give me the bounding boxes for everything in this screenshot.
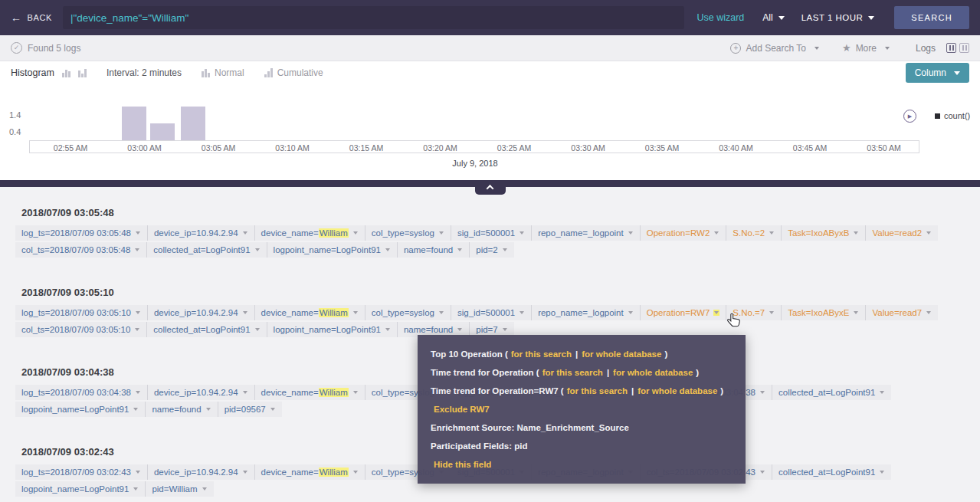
popup-link[interactable]: for this search (511, 349, 572, 359)
field-dropdown-caret[interactable] (385, 247, 391, 253)
field-dropdown-caret[interactable] (352, 389, 359, 395)
field-chip[interactable]: col_ts=2018/07/09 03:05:48 (15, 242, 146, 258)
more-dropdown[interactable]: ★ More (842, 42, 890, 54)
field-chip[interactable]: Operation=RW7 (640, 305, 726, 320)
field-chip[interactable]: col_type=syslog (365, 305, 451, 320)
field-chip[interactable]: device_name=William (254, 464, 365, 480)
cumulative-mode-toggle[interactable]: Cumulative (264, 67, 323, 78)
area-chart-icon[interactable] (78, 68, 87, 77)
field-chip[interactable]: log_ts=2018/07/09 03:05:10 (15, 305, 147, 320)
histogram-bar[interactable] (150, 123, 175, 140)
field-dropdown-caret[interactable] (352, 469, 359, 475)
field-dropdown-caret[interactable] (254, 326, 261, 333)
field-chip[interactable]: device_name=William (254, 225, 365, 241)
popup-link[interactable]: for whole database (637, 386, 717, 395)
bar-chart-icon[interactable] (62, 68, 70, 77)
field-chip[interactable]: name=found (397, 242, 469, 258)
field-dropdown-caret[interactable] (853, 310, 859, 316)
field-chip[interactable]: pid=09567 (218, 402, 282, 417)
scope-dropdown[interactable]: All (762, 12, 784, 23)
popup-link[interactable]: for whole database (582, 349, 661, 359)
back-button[interactable]: ← BACK (11, 12, 52, 23)
field-chip[interactable]: log_ts=2018/07/09 03:05:48 (15, 225, 147, 241)
field-chip[interactable]: S.No.=2 (726, 225, 781, 241)
field-chip[interactable]: device_name=William (254, 305, 365, 320)
field-dropdown-caret[interactable] (135, 389, 141, 395)
field-chip[interactable]: collected_at=LogPoint91 (772, 464, 891, 480)
field-chip[interactable]: device_ip=10.94.2.94 (147, 225, 254, 241)
field-dropdown-caret[interactable] (134, 326, 140, 333)
field-dropdown-caret[interactable] (242, 389, 248, 395)
field-dropdown-caret[interactable] (519, 230, 525, 236)
popup-action[interactable]: Exclude RW7 (434, 405, 490, 414)
field-dropdown-caret[interactable] (628, 230, 634, 236)
field-dropdown-caret[interactable] (879, 469, 885, 475)
field-chip[interactable]: device_ip=10.94.2.94 (147, 464, 254, 480)
field-dropdown-caret[interactable] (926, 310, 932, 316)
popup-action[interactable]: Hide this field (434, 460, 491, 469)
field-dropdown-caret[interactable] (352, 310, 359, 316)
field-chip[interactable]: logpoint_name=LogPoint91 (267, 242, 397, 258)
time-range-dropdown[interactable]: LAST 1 HOUR (801, 13, 875, 22)
field-dropdown-caret[interactable] (270, 406, 276, 412)
collapse-histogram-button[interactable] (475, 180, 506, 195)
popup-link[interactable]: for this search (542, 368, 603, 377)
field-dropdown-caret[interactable] (242, 230, 248, 236)
field-chip[interactable]: Operation=RW2 (640, 225, 726, 241)
field-chip[interactable]: name=found (145, 402, 217, 417)
field-dropdown-caret[interactable] (628, 310, 634, 316)
field-dropdown-caret[interactable] (502, 247, 508, 253)
field-chip[interactable]: col_type=syslog (365, 225, 451, 241)
field-chip[interactable]: repo_name=_logpoint (531, 225, 640, 241)
field-chip[interactable]: logpoint_name=LogPoint91 (267, 322, 397, 337)
normal-mode-toggle[interactable]: Normal (202, 67, 244, 78)
field-dropdown-caret[interactable] (926, 230, 932, 236)
search-button[interactable]: SEARCH (894, 6, 969, 29)
field-dropdown-caret[interactable] (202, 486, 208, 492)
field-dropdown-caret[interactable] (242, 469, 248, 475)
field-dropdown-caret[interactable] (135, 469, 141, 475)
field-dropdown-caret[interactable] (713, 230, 719, 236)
add-search-to-dropdown[interactable]: + Add Search To (730, 43, 819, 54)
popup-link[interactable]: for this search (567, 386, 628, 395)
field-dropdown-caret[interactable] (135, 310, 141, 316)
field-dropdown-caret[interactable] (769, 230, 775, 236)
field-chip[interactable]: device_ip=10.94.2.94 (147, 385, 254, 400)
search-query-input[interactable] (63, 6, 685, 29)
field-chip[interactable]: pid=William (145, 481, 213, 497)
field-chip[interactable]: logpoint_name=LogPoint91 (15, 402, 145, 417)
field-chip[interactable]: logpoint_name=LogPoint91 (15, 481, 145, 497)
field-dropdown-caret[interactable] (713, 310, 719, 316)
field-chip[interactable]: Value=read7 (865, 305, 938, 320)
field-chip[interactable]: device_ip=10.94.2.94 (147, 305, 254, 320)
field-dropdown-caret[interactable] (759, 469, 765, 475)
play-button[interactable]: ▶ (903, 110, 916, 123)
field-chip[interactable]: sig_id=500001 (451, 225, 531, 241)
field-dropdown-caret[interactable] (769, 310, 775, 316)
column-view-icon[interactable] (946, 43, 956, 53)
field-dropdown-caret[interactable] (133, 486, 139, 492)
field-dropdown-caret[interactable] (352, 230, 359, 236)
field-chip[interactable]: pid=2 (469, 242, 513, 258)
field-dropdown-caret[interactable] (438, 230, 444, 236)
field-dropdown-caret[interactable] (205, 406, 211, 412)
field-dropdown-caret[interactable] (457, 247, 463, 253)
field-dropdown-caret[interactable] (242, 310, 248, 316)
use-wizard-link[interactable]: Use wizard (696, 12, 744, 23)
field-dropdown-caret[interactable] (135, 230, 141, 236)
field-chip[interactable]: repo_name=_logpoint (531, 305, 640, 320)
histogram-bar[interactable] (181, 107, 205, 140)
field-dropdown-caret[interactable] (134, 247, 140, 253)
field-chip[interactable]: Task=IxoAByxB (781, 225, 865, 241)
field-chip[interactable]: col_ts=2018/07/09 03:05:10 (15, 322, 146, 337)
field-dropdown-caret[interactable] (385, 326, 391, 333)
field-chip[interactable]: sig_id=500001 (451, 305, 531, 320)
field-dropdown-caret[interactable] (254, 247, 261, 253)
histogram-bar[interactable] (122, 107, 146, 140)
field-chip[interactable]: collected_at=LogPoint91 (772, 385, 891, 400)
field-chip[interactable]: device_name=William (254, 385, 365, 400)
field-dropdown-caret[interactable] (519, 310, 525, 316)
field-chip[interactable]: collected_at=LogPoint91 (146, 322, 266, 337)
field-chip[interactable]: log_ts=2018/07/09 03:02:43 (15, 464, 147, 480)
field-dropdown-caret[interactable] (457, 326, 463, 333)
